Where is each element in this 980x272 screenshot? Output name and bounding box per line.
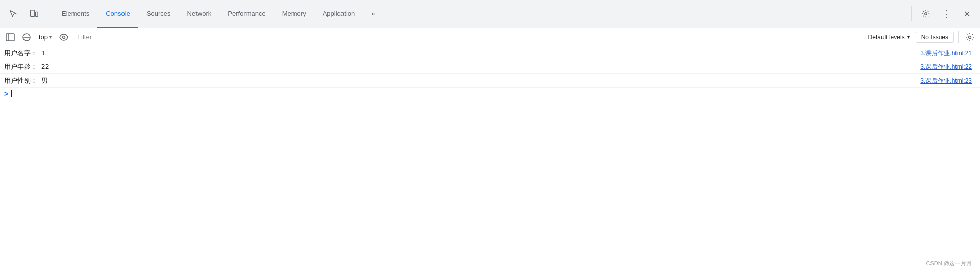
console-row-1: 用户年龄： 22 3.课后作业.html:22 [0,60,980,74]
inspect-icon-btn[interactable] [4,5,22,23]
svg-point-2 [925,13,927,15]
device-toolbar-btn[interactable] [24,5,43,23]
close-btn[interactable]: ✕ [958,5,976,23]
tab-memory-label: Memory [282,10,306,17]
tab-more-label: » [371,10,375,17]
tab-sources[interactable]: Sources [138,0,179,28]
tab-console[interactable]: Console [97,0,138,28]
tab-performance[interactable]: Performance [219,0,274,28]
tab-network[interactable]: Network [179,0,220,28]
console-toolbar: top ▾ Default levels ▾ No Issues [0,28,980,46]
levels-label: Default levels [868,34,905,41]
console-source-1[interactable]: 3.课后作业.html:22 [920,63,976,71]
no-issues-btn[interactable]: No Issues [916,32,954,43]
watermark: CSDN @这一片月 [926,260,972,267]
console-message-0: 用户名字： 1 [4,47,920,59]
tab-performance-label: Performance [228,10,265,17]
svg-rect-1 [36,12,38,16]
console-settings-icon [965,33,974,42]
console-source-2[interactable]: 3.课后作业.html:23 [920,77,976,85]
tab-bar: Elements Console Sources Network Perform… [0,0,980,28]
cursor-blink [11,90,12,97]
tab-more[interactable]: » [363,0,383,28]
svg-rect-3 [6,34,14,41]
live-expressions-btn[interactable] [57,30,71,44]
gear-icon [921,9,930,18]
tab-elements-label: Elements [62,10,89,17]
console-row-0: 用户名字： 1 3.课后作业.html:21 [0,46,980,60]
tab-bar-right: ⋮ ✕ [908,5,976,23]
tab-elements[interactable]: Elements [54,0,97,28]
no-issues-label: No Issues [921,34,948,41]
filter-input[interactable] [73,31,862,44]
clear-icon [22,33,31,42]
svg-point-7 [63,36,65,38]
sidebar-toggle-icon [6,33,15,42]
tab-application-label: Application [323,10,355,17]
tab-application[interactable]: Application [314,0,363,28]
tabs-container: Elements Console Sources Network Perform… [54,0,383,28]
console-message-1: 用户年龄： 22 [4,61,920,72]
eye-icon [59,33,68,42]
close-icon: ✕ [964,9,970,19]
more-options-icon: ⋮ [942,8,951,19]
clear-console-btn[interactable] [19,30,34,44]
inspect-icon [9,9,18,18]
context-selector-btn[interactable]: top ▾ [36,32,55,42]
more-options-btn[interactable]: ⋮ [937,5,955,23]
tab-bar-divider [48,6,48,21]
tab-sources-label: Sources [146,10,171,17]
device-toolbar-icon [29,9,38,18]
console-source-0[interactable]: 3.课后作业.html:21 [920,49,976,58]
default-levels-btn[interactable]: Default levels ▾ [864,33,914,42]
tab-network-label: Network [187,10,212,17]
tab-bar-right-divider [911,6,912,21]
console-row-2: 用户性别： 男 3.课后作业.html:23 [0,74,980,88]
prompt-arrow-icon: > [4,90,8,98]
console-content: 用户名字： 1 3.课后作业.html:21 用户年龄： 22 3.课后作业.h… [0,46,980,271]
svg-rect-0 [31,10,35,17]
context-label: top [39,33,48,41]
console-prompt-row[interactable]: > [0,88,980,100]
tab-console-label: Console [106,10,130,17]
tab-bar-left [4,5,52,23]
console-settings-btn[interactable] [963,30,977,44]
sidebar-toggle-btn[interactable] [3,30,17,44]
toolbar-divider [958,31,959,43]
tab-memory[interactable]: Memory [274,0,314,28]
console-message-2: 用户性别： 男 [4,75,920,86]
levels-arrow-icon: ▾ [907,34,910,40]
svg-point-8 [969,36,971,38]
context-arrow-icon: ▾ [49,34,52,40]
settings-btn[interactable] [917,5,935,23]
